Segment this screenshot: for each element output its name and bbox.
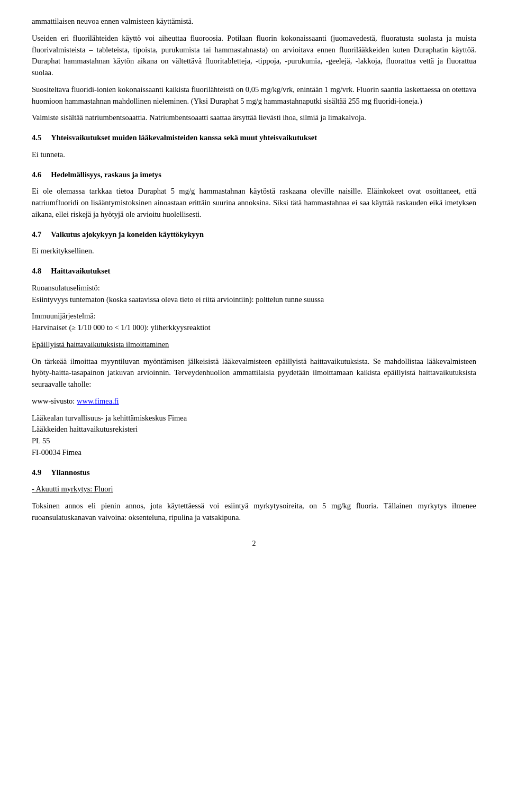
org-line4: FI-00034 Fimea <box>32 447 476 459</box>
ruoansulatuselimisto-label: Ruoansulatuselimistö: Esiintyvyys tuntem… <box>32 282 476 306</box>
page-number: 2 <box>32 540 476 548</box>
immunujarjestelma-content: Harvinaiset (≥ 1/10 000 to < 1/1 000): y… <box>32 323 211 332</box>
website-link[interactable]: www.fimea.fi <box>77 397 119 405</box>
section-4-7-title: Vaikutus ajokykyyn ja koneiden käyttökyk… <box>51 230 204 239</box>
section-4-9-number: 4.9 <box>32 468 41 477</box>
section-4-9-p1: Toksinen annos eli pienin annos, jota kä… <box>32 500 476 524</box>
section-4-5: 4.5 Yhteisvaikutukset muiden lääkevalmis… <box>32 132 476 161</box>
section-4-6: 4.6 Hedelmällisyys, raskaus ja imetys Ei… <box>32 169 476 221</box>
paragraph-fluoroosia: Useiden eri fluorilähteiden käyttö voi a… <box>32 33 476 79</box>
paragraph-suositeltava: Suositeltava fluoridi-ionien kokonaissaa… <box>32 84 476 107</box>
section-4-7: 4.7 Vaikutus ajokykyyn ja koneiden käytt… <box>32 229 476 258</box>
immunujarjestelma-label: Immuunijärjestelmä: Harvinaiset (≥ 1/10 … <box>32 311 476 334</box>
section-4-6-number: 4.6 <box>32 170 41 179</box>
reporting-paragraph: On tärkeää ilmoittaa myyntiluvan myöntäm… <box>32 356 476 390</box>
section-4-6-p1: Ei ole olemassa tarkkaa tietoa Duraphat … <box>32 186 476 220</box>
section-4-8-number: 4.8 <box>32 267 41 275</box>
section-4-6-title: Hedelmällisyys, raskaus ja imetys <box>51 170 161 179</box>
org-line3: PL 55 <box>32 435 476 447</box>
section-4-5-title: Yhteisvaikutukset muiden lääkevalmisteid… <box>51 133 317 142</box>
section-4-7-number: 4.7 <box>32 230 41 239</box>
website-label: www-sivusto: <box>32 397 75 405</box>
paragraph-ammattilainen: ammattilaisen neuvoa ennen valmisteen kä… <box>32 16 476 28</box>
section-4-5-content: Ei tunneta. <box>32 149 476 161</box>
section-4-9: 4.9 Yliannostus - Akuutti myrkytys: Fluo… <box>32 467 476 524</box>
reporting-title: Epäillyistä haittavaikutuksista ilmoitta… <box>32 339 476 351</box>
section-4-5-number: 4.5 <box>32 133 41 142</box>
org-line1: Lääkealan turvallisuus- ja kehittämiskes… <box>32 413 476 424</box>
org-line2: Lääkkeiden haittavaikutusrekisteri <box>32 424 476 435</box>
section-4-9-subtitle: - Akuutti myrkytys: Fluori <box>32 483 476 495</box>
section-4-9-title: Yliannostus <box>51 468 89 477</box>
section-4-8-title: Haittavaikutukset <box>51 267 110 275</box>
section-4-7-content: Ei merkityksellinen. <box>32 245 476 257</box>
paragraph-natriumbentsoaattia: Valmiste sisältää natriumbentsoaattia. N… <box>32 112 476 124</box>
ruoansulatuselimisto-content: Esiintyvyys tuntematon (koska saatavissa… <box>32 295 324 304</box>
website-line: www-sivusto: www.fimea.fi <box>32 396 476 407</box>
section-4-8: 4.8 Haittavaikutukset Ruoansulatuselimis… <box>32 266 476 459</box>
